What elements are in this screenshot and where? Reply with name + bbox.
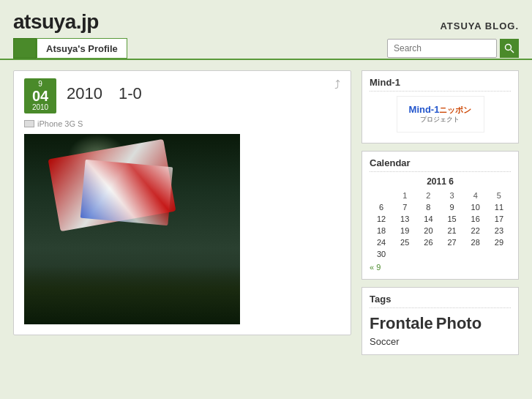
- mind1-logo-content: Mind-1ニッポン プロジェクト: [409, 104, 472, 124]
- cal-cell: 26: [416, 236, 440, 248]
- tags-title: Tags: [370, 294, 511, 308]
- post-image: [24, 134, 240, 324]
- main-column: 9 04 2010 2010 1-0 ⤴ iPhone 3G S: [13, 70, 351, 362]
- cal-th: [370, 190, 393, 201]
- calendar-widget: Calendar 2011 6 1 2 3 4 5: [361, 151, 519, 280]
- calendar-row: 18 19 20 21 22 23: [370, 225, 511, 236]
- calendar-days-header: 1 2 3 4 5: [370, 190, 511, 201]
- site-subtitle: ATSUYA BLOG.: [440, 7, 519, 31]
- content-area: 9 04 2010 2010 1-0 ⤴ iPhone 3G S: [0, 60, 532, 373]
- cal-cell: 19: [393, 225, 416, 236]
- post-header: 9 04 2010 2010 1-0 ⤴: [24, 78, 340, 113]
- page-wrapper: atsuya.jp ATSUYA BLOG. Atsuya's Profile: [0, 0, 532, 399]
- post-date-year: 2010: [30, 103, 50, 112]
- stadium-crowd: [24, 266, 240, 324]
- cal-cell: 11: [487, 201, 511, 213]
- post-title: 2010 1-0: [67, 83, 142, 105]
- tags-widget: Tags Frontale Photo Soccer: [361, 287, 519, 355]
- tag-photo[interactable]: Photo: [436, 314, 482, 333]
- navbar: Atsuya's Profile: [0, 34, 532, 60]
- cal-th: 2: [416, 190, 440, 201]
- cal-cell: [464, 248, 487, 260]
- cal-cell: 9: [440, 201, 463, 213]
- tag-frontale[interactable]: Frontale: [370, 314, 433, 333]
- cal-cell: [416, 248, 440, 260]
- cal-cell: 17: [487, 213, 511, 225]
- tag-soccer[interactable]: Soccer: [370, 336, 399, 347]
- nav-search: [387, 39, 519, 58]
- cal-cell: 28: [464, 236, 487, 248]
- post-meta: iPhone 3G S: [24, 119, 340, 128]
- calendar-nav: « 9: [370, 263, 511, 272]
- svg-point-0: [506, 45, 512, 51]
- cal-cell: 7: [393, 201, 416, 213]
- profile-tab[interactable]: Atsuya's Profile: [37, 38, 127, 59]
- calendar-month-year: 2011 6: [370, 176, 511, 187]
- tags-container: Frontale Photo Soccer: [370, 313, 511, 347]
- stadium-flag-2: [80, 160, 173, 225]
- post-date-box: 9 04 2010: [24, 78, 56, 113]
- share-icon: ⤴: [334, 78, 340, 91]
- calendar-row: 6 7 8 9 10 11: [370, 201, 511, 213]
- cal-cell: 20: [416, 225, 440, 236]
- device-icon: [24, 120, 34, 127]
- sidebar: Mind-1 Mind-1ニッポン プロジェクト Calendar 2011 6: [361, 70, 519, 362]
- calendar-prev-link[interactable]: « 9: [370, 263, 381, 272]
- cal-cell: 13: [393, 213, 416, 225]
- cal-cell: [487, 248, 511, 260]
- mind1-logo-sub: プロジェクト: [409, 116, 472, 124]
- post-image-container: [24, 134, 240, 324]
- cal-cell: [440, 248, 463, 260]
- search-input[interactable]: [387, 39, 497, 58]
- cal-cell: 16: [464, 213, 487, 225]
- calendar-row: 24 25 26 27 28 29: [370, 236, 511, 248]
- mind1-logo: Mind-1ニッポン プロジェクト: [397, 96, 484, 133]
- mind1-widget: Mind-1 Mind-1ニッポン プロジェクト: [361, 70, 519, 143]
- cal-cell: 30: [370, 248, 393, 260]
- cal-th: 3: [440, 190, 463, 201]
- cal-cell: [393, 248, 416, 260]
- cal-cell: 21: [440, 225, 463, 236]
- cal-cell: 10: [464, 201, 487, 213]
- search-icon: [504, 43, 514, 53]
- cal-cell: 14: [416, 213, 440, 225]
- svg-line-1: [511, 50, 514, 53]
- post-card: 9 04 2010 2010 1-0 ⤴ iPhone 3G S: [13, 70, 351, 335]
- cal-cell: 22: [464, 225, 487, 236]
- cal-cell: 23: [487, 225, 511, 236]
- header: atsuya.jp ATSUYA BLOG.: [0, 0, 532, 34]
- nav-green-box: [13, 38, 37, 59]
- cal-cell: 25: [393, 236, 416, 248]
- mind1-title: Mind-1: [370, 77, 511, 92]
- cal-cell: 24: [370, 236, 393, 248]
- cal-th: 4: [464, 190, 487, 201]
- cal-cell: 15: [440, 213, 463, 225]
- calendar-body: 6 7 8 9 10 11 12 13 14 15 16: [370, 201, 511, 260]
- calendar-title: Calendar: [370, 157, 511, 172]
- cal-cell: 29: [487, 236, 511, 248]
- post-date-day: 04: [30, 89, 50, 103]
- mind1-logo-text: Mind-1ニッポン: [409, 104, 472, 116]
- cal-cell: 12: [370, 213, 393, 225]
- calendar-row: 30: [370, 248, 511, 260]
- cal-th: 5: [487, 190, 511, 201]
- cal-cell: 6: [370, 201, 393, 213]
- cal-cell: 27: [440, 236, 463, 248]
- cal-cell: 18: [370, 225, 393, 236]
- calendar-table: 1 2 3 4 5 6 7 8 9 10: [370, 190, 511, 260]
- post-device: iPhone 3G S: [37, 119, 83, 128]
- cal-th: 1: [393, 190, 416, 201]
- nav-left: Atsuya's Profile: [13, 38, 127, 59]
- calendar-row: 12 13 14 15 16 17: [370, 213, 511, 225]
- search-button[interactable]: [500, 39, 519, 58]
- cal-cell: 8: [416, 201, 440, 213]
- site-title: atsuya.jp: [13, 7, 99, 34]
